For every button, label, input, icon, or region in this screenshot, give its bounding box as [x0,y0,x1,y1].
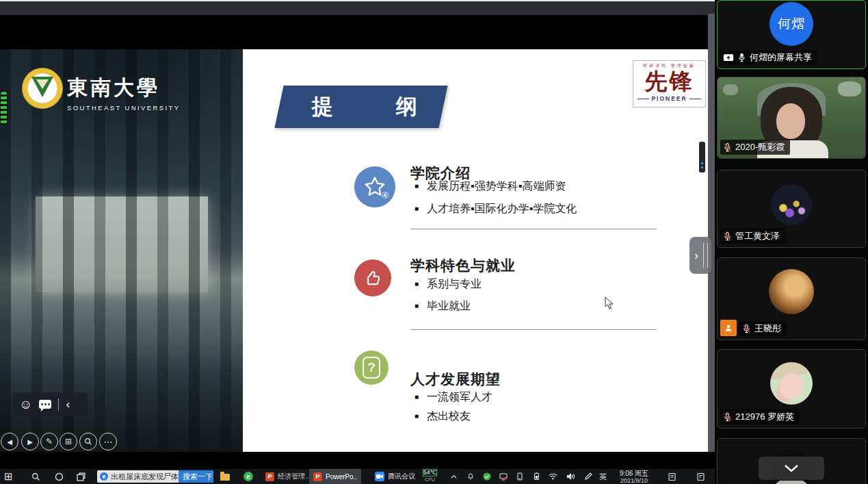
annotate-pencil-button[interactable]: ✎ [40,433,58,450]
powerpoint-icon: P [313,472,322,481]
app-label: PowerPo... [326,473,357,481]
screen-record-tray-icon[interactable] [499,469,508,484]
star-icon: ④ [354,166,395,207]
question-icon: ? [354,351,389,385]
section-heading: 人才发展期望 [410,370,669,389]
taskbar-clock[interactable]: 9:06 周五 2021/9/10 [614,469,654,484]
university-name-zh: 東南大學 [67,74,181,102]
participant-label: 王晓彤 [739,321,787,336]
drag-grip [703,243,708,268]
slide-title-banner: 提纲 [274,86,447,128]
section-talent-expectation: ? 人才发展期望 一流领军人才 杰出校友 [354,358,669,401]
participant-name: 王晓彤 [754,322,781,335]
green-browser-button[interactable]: e [244,469,253,484]
participant-tile[interactable]: 2020-甄彩霞 [717,77,866,159]
notepad-icon [668,472,676,481]
monitor-icon [499,472,508,481]
search-go-button[interactable]: 搜索一下 [179,470,213,483]
tencent-meeting-icon [375,472,384,481]
pen-tray-icon[interactable] [584,469,592,484]
participant-label: 何熠的屏幕共享 [720,50,817,65]
green-e-browser-icon: e [244,472,253,481]
audio-level-meter [0,91,8,125]
avatar [771,184,812,225]
wifi-tray-icon[interactable] [549,469,557,484]
cpu-temp-value: 54℃ [423,469,437,476]
ime-language-indicator[interactable]: 英 [599,469,607,484]
phone-link-tray-icon[interactable] [516,469,524,484]
start-button[interactable]: ⊞ [4,469,13,484]
share-titlebar [0,0,715,15]
windows-taskbar: ⊞ e 出租屋床底发现尸体 搜索一下 [0,469,715,484]
next-slide-button[interactable]: ▶ [21,433,39,450]
section-divider [410,329,657,330]
notification-bell[interactable] [466,469,475,484]
participant-name: 管工黄文泽 [735,230,780,242]
collapse-toolbar-icon[interactable]: ‹ [66,398,70,410]
chevron-up-icon [450,473,458,481]
temperature-widget[interactable]: 54℃ CPU [423,469,437,484]
participant-tile[interactable]: 王晓彤 [717,257,866,340]
search-icon [31,472,40,481]
sidebar-expand-handle[interactable]: › [689,237,711,274]
task-view-button[interactable] [77,469,86,484]
taskbar-search-button[interactable] [31,469,40,484]
battery-tray-icon[interactable] [532,469,541,484]
magnifier-icon [84,437,92,446]
search-query-text[interactable]: 出租屋床底发现尸体 [111,472,179,482]
star-badge: ④ [381,191,389,200]
cpu-temp-label: CPU [425,476,435,484]
thumbs-up-icon [354,259,391,296]
taskbar-search-box[interactable]: e 出租屋床底发现尸体 搜索一下 [97,470,213,483]
participant-label: 2020-甄彩霞 [720,140,790,155]
emoji-icon[interactable]: ☺ [19,398,32,411]
bullet-item: 一流领军人才 [415,390,492,405]
cortana-icon [55,472,64,481]
bullet-item: 毕业就业 [415,299,471,314]
taskbar-app-tencent-meeting[interactable]: 腾讯会议 [375,469,415,484]
cortana-button[interactable] [55,469,64,484]
volume-tray-icon[interactable] [566,469,575,484]
question-glyph: ? [363,357,380,379]
bullet-item: 杰出校友 [415,409,471,424]
security-tray-icon[interactable] [483,469,491,484]
participants-sidebar: 何熠 何熠的屏幕共享 [715,0,868,484]
file-explorer-button[interactable] [220,469,230,484]
mic-muted-icon [723,142,732,153]
taskbar-app-ppt-file[interactable]: P 经济管理... [265,469,309,484]
phone-icon [516,472,524,481]
avatar: 何熠 [770,2,813,46]
scroll-down-button[interactable] [759,457,824,480]
bullet-item: 发展历程▪强势学科▪高端师资 [415,179,566,194]
campus-building [36,196,208,292]
participant-tile-sharer[interactable]: 何熠 何熠的屏幕共享 [717,0,866,69]
danmaku-chat-icon[interactable] [39,400,51,409]
shield-icon [483,472,491,481]
section-college-intro: ④ 学院介绍 发展历程▪强势学科▪高端师资 人才培养▪国际化办学▪学院文化 [354,152,669,195]
prev-slide-button[interactable]: ◀ [1,433,18,450]
pen-icon [584,472,592,481]
participant-tile[interactable]: 管工黄文泽 [717,170,866,248]
mic-muted-icon [742,324,751,334]
participant-tile[interactable] [717,438,866,484]
speaker-icon [566,472,575,481]
more-controls-button[interactable]: ⋯ [99,433,117,450]
tray-expand-button[interactable] [450,469,458,484]
person-icon [724,323,733,333]
section-divider [410,229,657,229]
university-name-en: SOUTHEAST UNIVERSITY [67,104,181,112]
participant-label: 212976 罗娇英 [720,409,800,424]
folder-icon [220,474,230,481]
participant-name: 2020-甄彩霞 [735,141,785,153]
taskbar-app-powerpoint-active[interactable]: P PowerPo... [309,469,361,484]
zoom-button[interactable] [79,433,97,450]
clock-date: 2021/9/10 [620,477,648,484]
notes-tray-button[interactable] [668,469,676,484]
task-view-icon [77,472,86,481]
pioneer-logo: 经邦济民 管理创新 先锋 PIONEER [633,60,706,107]
bell-icon [466,472,475,481]
participant-tile[interactable]: 212976 罗娇英 [717,349,866,429]
grid-view-button[interactable]: ⊞ [60,433,77,450]
mini-scrollbar[interactable] [699,142,705,173]
action-center-button[interactable] [696,469,705,484]
